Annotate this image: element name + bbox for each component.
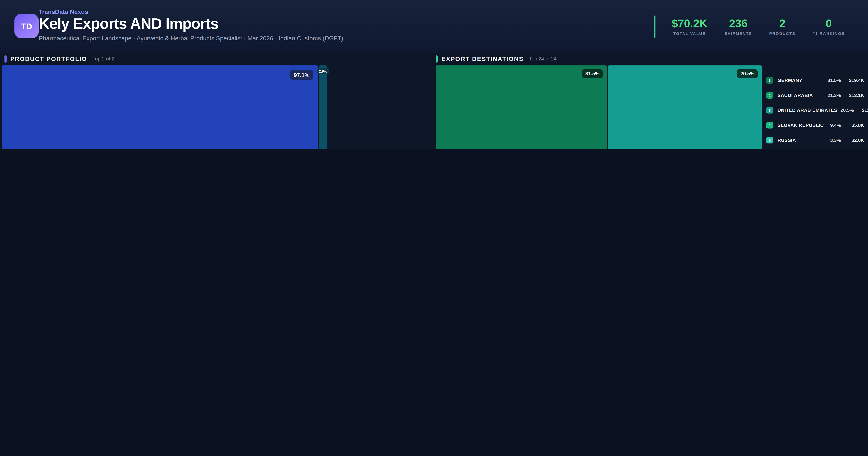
country-pct: 20.5% bbox=[837, 108, 854, 113]
country-name: UNITED ARAB EMIRATES bbox=[777, 108, 837, 113]
treemap-block-ghrita[interactable]: 2.9% GHRITA bbox=[319, 65, 327, 149]
share-badge: 97.1% bbox=[290, 70, 313, 80]
country-name: SLOVAK REPUBLIC bbox=[777, 122, 824, 128]
stat-label: #1 RANKINGS bbox=[813, 31, 845, 35]
stat-products: 2 PRODUCTS bbox=[761, 18, 804, 35]
country-pct: 31.5% bbox=[824, 78, 841, 83]
stat-value: 2 bbox=[769, 18, 796, 29]
country-value: $13.1K bbox=[844, 92, 864, 98]
section-title: PRODUCT PORTFOLIO bbox=[10, 55, 87, 62]
treemap-block-germany[interactable]: 31.5% GERMANY $19.4K bbox=[436, 65, 607, 149]
dashboard: TD TransData Nexus Kely Exports AND Impo… bbox=[0, 0, 868, 149]
indigo-accent-bar bbox=[4, 55, 6, 62]
share-badge: 31.5% bbox=[582, 69, 603, 78]
rank-badge: 5 bbox=[766, 137, 773, 143]
country-value: $19.4K bbox=[844, 78, 864, 83]
country-pct: 21.3% bbox=[824, 92, 841, 98]
brand-name: TransData Nexus bbox=[39, 8, 88, 15]
share-badge: 2.9% bbox=[317, 68, 329, 75]
country-value: $2.0K bbox=[844, 137, 864, 143]
header-stats: $70.2K TOTAL VALUE 236 SHIPMENTS 2 PRODU… bbox=[654, 13, 853, 40]
app-logo: TD bbox=[14, 14, 39, 38]
country-value: $12.7K bbox=[857, 108, 868, 113]
treemap-block-uae[interactable]: 20.5% UNITED ARAB EMIRATES $12.7K bbox=[608, 65, 762, 149]
share-badge: 20.5% bbox=[737, 69, 758, 78]
destination-row[interactable]: 4 SLOVAK REPUBLIC 9.4% $5.8K bbox=[766, 121, 864, 129]
stat-rankings: 0 #1 RANKINGS bbox=[804, 18, 853, 35]
destination-row[interactable]: 1 GERMANY 31.5% $19.4K bbox=[766, 76, 864, 84]
treemap-block-taila[interactable]: 97.1% TAILA $68.1K bbox=[2, 65, 318, 149]
stat-value: 0 bbox=[813, 18, 845, 29]
stat-total-value: $70.2K TOTAL VALUE bbox=[663, 18, 716, 35]
green-accent-bar bbox=[436, 55, 438, 62]
rank-badge: 2 bbox=[766, 92, 773, 98]
rank-badge: 3 bbox=[766, 107, 773, 114]
destination-row[interactable]: 2 SAUDI ARABIA 21.3% $13.1K bbox=[766, 91, 864, 99]
stat-label: TOTAL VALUE bbox=[672, 31, 707, 35]
destination-row[interactable]: 3 UNITED ARAB EMIRATES 20.5% $12.7K bbox=[766, 106, 864, 114]
stat-shipments: 236 SHIPMENTS bbox=[716, 18, 761, 35]
page-title: Kely Exports AND Imports bbox=[39, 16, 218, 33]
stat-value: $70.2K bbox=[672, 18, 707, 29]
country-name: GERMANY bbox=[777, 78, 802, 83]
page-subtitle: Pharmaceutical Export Landscape · Ayurve… bbox=[39, 35, 343, 41]
section-meta: Top 24 of 24 bbox=[529, 56, 557, 61]
country-name: RUSSIA bbox=[777, 137, 796, 143]
stat-value: 236 bbox=[724, 18, 752, 29]
rank-badge: 4 bbox=[766, 122, 773, 129]
stat-label: SHIPMENTS bbox=[724, 31, 752, 35]
country-pct: 3.3% bbox=[824, 137, 841, 143]
stat-label: PRODUCTS bbox=[769, 31, 796, 35]
section-product-portfolio-header: PRODUCT PORTFOLIO Top 2 of 2 bbox=[4, 54, 114, 63]
section-export-destinations-header: EXPORT DESTINATIONS Top 24 of 24 bbox=[436, 54, 557, 63]
country-name: SAUDI ARABIA bbox=[777, 92, 813, 98]
app-header: TD TransData Nexus Kely Exports AND Impo… bbox=[0, 0, 868, 53]
country-value: $5.8K bbox=[844, 122, 864, 128]
stats-accent-bar bbox=[654, 16, 655, 38]
section-meta: Top 2 of 2 bbox=[93, 56, 115, 61]
country-pct: 9.4% bbox=[824, 122, 841, 128]
section-title: EXPORT DESTINATIONS bbox=[441, 55, 524, 62]
rank-badge: 1 bbox=[766, 77, 773, 84]
destination-row[interactable]: 5 RUSSIA 3.3% $2.0K bbox=[766, 136, 864, 144]
